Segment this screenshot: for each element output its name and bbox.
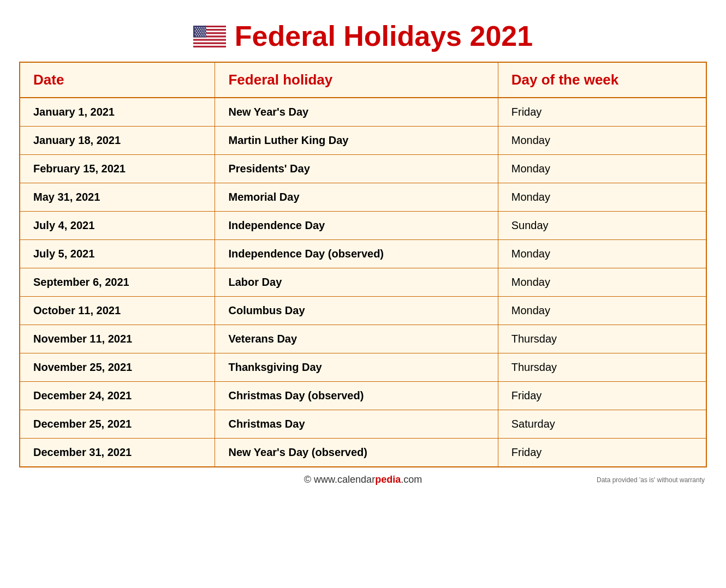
cell-day: Thursday [498,325,706,353]
page-title: Federal Holidays 2021 [235,21,533,52]
cell-date: November 25, 2021 [20,353,215,382]
cell-day: Monday [498,155,706,183]
svg-rect-12 [193,46,226,47]
cell-holiday: Christmas Day (observed) [215,382,498,410]
cell-day: Monday [498,268,706,297]
cell-holiday: Columbus Day [215,297,498,325]
table-row: December 25, 2021Christmas DaySaturday [20,410,706,439]
table-row: January 18, 2021Martin Luther King DayMo… [20,127,706,155]
svg-rect-10 [193,42,226,44]
cell-date: December 31, 2021 [20,439,215,467]
table-row: October 11, 2021Columbus DayMonday [20,297,706,325]
col-header-date: Date [20,63,215,98]
cell-date: July 4, 2021 [20,212,215,240]
svg-rect-8 [193,39,226,40]
footer-warranty: Data provided 'as is' without warranty [596,476,705,484]
table-row: May 31, 2021Memorial DayMonday [20,183,706,212]
footer-credit-suffix: .com [401,474,422,485]
cell-holiday: Independence Day [215,212,498,240]
cell-holiday: Veterans Day [215,325,498,353]
cell-holiday: Presidents' Day [215,155,498,183]
cell-date: February 15, 2021 [20,155,215,183]
page-wrapper: ★★★★★★ ★★★★★ ★★★★★★ ★★★★★ ★★★★★★ ★★★★★ F… [19,11,707,488]
table-row: July 4, 2021Independence DaySunday [20,212,706,240]
cell-holiday: Independence Day (observed) [215,240,498,268]
cell-day: Friday [498,439,706,467]
cell-date: January 1, 2021 [20,98,215,127]
cell-holiday: Memorial Day [215,183,498,212]
us-flag-icon: ★★★★★★ ★★★★★ ★★★★★★ ★★★★★ ★★★★★★ ★★★★★ [193,26,226,47]
cell-holiday: Thanksgiving Day [215,353,498,382]
svg-text:★: ★ [204,34,206,37]
footer-credit: © www.calendarpedia.com [130,474,596,485]
cell-date: December 24, 2021 [20,382,215,410]
cell-day: Friday [498,382,706,410]
cell-date: May 31, 2021 [20,183,215,212]
table-row: July 5, 2021Independence Day (observed)M… [20,240,706,268]
svg-rect-9 [193,40,226,42]
cell-day: Monday [498,183,706,212]
cell-holiday: New Year's Day (observed) [215,439,498,467]
table-row: February 15, 2021Presidents' DayMonday [20,155,706,183]
cell-date: October 11, 2021 [20,297,215,325]
cell-day: Monday [498,297,706,325]
table-row: September 6, 2021Labor DayMonday [20,268,706,297]
col-header-holiday: Federal holiday [215,63,498,98]
svg-rect-11 [193,44,226,45]
cell-holiday: Christmas Day [215,410,498,439]
cell-day: Monday [498,127,706,155]
cell-day: Friday [498,98,706,127]
cell-holiday: New Year's Day [215,98,498,127]
holidays-table: Date Federal holiday Day of the week Jan… [20,63,706,466]
cell-holiday: Labor Day [215,268,498,297]
table-row: January 1, 2021New Year's DayFriday [20,98,706,127]
cell-date: January 18, 2021 [20,127,215,155]
svg-rect-7 [193,37,226,39]
cell-holiday: Martin Luther King Day [215,127,498,155]
table-row: December 31, 2021New Year's Day (observe… [20,439,706,467]
cell-date: December 25, 2021 [20,410,215,439]
cell-day: Sunday [498,212,706,240]
table-header-row: Date Federal holiday Day of the week [20,63,706,98]
cell-date: September 6, 2021 [20,268,215,297]
cell-date: July 5, 2021 [20,240,215,268]
holidays-table-container: Date Federal holiday Day of the week Jan… [19,62,707,467]
cell-day: Monday [498,240,706,268]
cell-day: Saturday [498,410,706,439]
page-footer: © www.calendarpedia.com Data provided 'a… [19,467,707,488]
table-row: November 11, 2021Veterans DayThursday [20,325,706,353]
footer-credit-prefix: © www.calendar [304,474,375,485]
cell-date: November 11, 2021 [20,325,215,353]
table-row: December 24, 2021Christmas Day (observed… [20,382,706,410]
footer-credit-highlight: pedia [375,474,401,485]
col-header-day: Day of the week [498,63,706,98]
table-row: November 25, 2021Thanksgiving DayThursda… [20,353,706,382]
page-header: ★★★★★★ ★★★★★ ★★★★★★ ★★★★★ ★★★★★★ ★★★★★ F… [19,11,707,62]
cell-day: Thursday [498,353,706,382]
